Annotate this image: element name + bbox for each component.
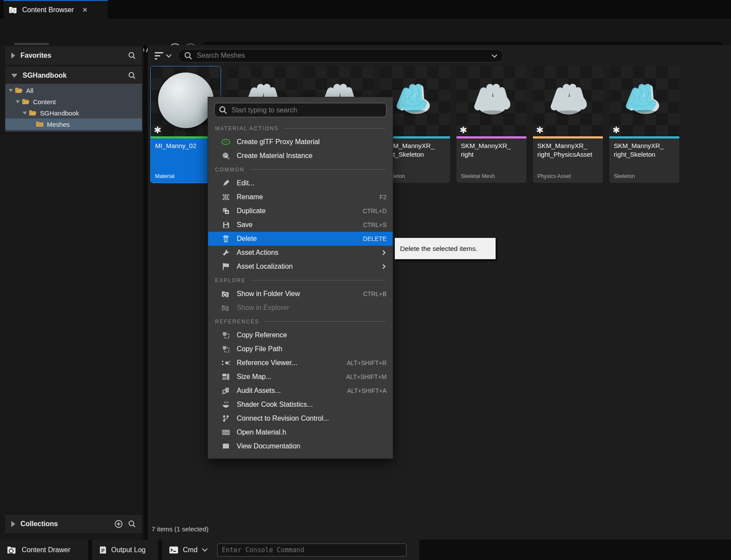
menu-section-common: COMMON — [208, 163, 393, 176]
content-drawer-button[interactable]: Content Drawer — [0, 540, 88, 560]
open-folder-icon — [15, 87, 23, 93]
menu-search-bar[interactable] — [214, 103, 387, 117]
search-icon[interactable] — [128, 520, 136, 528]
menu-section-references: REFERENCES — [208, 315, 393, 328]
expand-arrow-icon[interactable] — [22, 112, 28, 115]
menu-item-connect-to-revision-control[interactable]: Connect to Revision Control... — [208, 412, 393, 425]
menu-item-size-map[interactable]: Size Map...ALT+SHIFT+M — [208, 370, 393, 384]
item-count: 7 items (1 selected) — [152, 525, 208, 533]
svg-text:TF: TF — [224, 141, 228, 144]
menu-search-input[interactable] — [232, 106, 382, 114]
collapse-arrow-icon — [11, 53, 15, 59]
search-icon — [219, 106, 227, 114]
asset-tile-skm-mannyxr-right[interactable]: ✱SKM_MannyXR_rightSkeletal Mesh — [456, 66, 526, 183]
menu-item-duplicate[interactable]: DuplicateCTRL+D — [208, 204, 393, 218]
menu-item-save[interactable]: SaveCTRL+S — [208, 218, 393, 232]
asset-actions-icon — [221, 248, 231, 257]
menu-item-create-gltf-proxy-material[interactable]: TFCreate glTF Proxy Material — [208, 135, 393, 149]
menu-item-copy-file-path[interactable]: Copy File Path — [208, 342, 393, 356]
duplicate-icon — [221, 207, 231, 215]
folder-icon — [36, 121, 44, 127]
menu-item-show-in-explorer[interactable]: Show in Explorer — [208, 301, 393, 315]
output-log-button[interactable]: Output Log — [92, 540, 158, 560]
asset-name: MI_Manny_02 — [155, 142, 216, 150]
menu-item-view-documentation[interactable]: View Documentation — [208, 439, 393, 453]
asset-name: SKM_MannyXR_right — [461, 142, 522, 159]
tree-item-all[interactable]: All — [5, 85, 142, 96]
menu-item-reference-viewer[interactable]: Reference Viewer...ALT+SHIFT+R — [208, 356, 393, 370]
folder-tree: AllContentSGHandbookMeshes — [5, 84, 142, 132]
show-in-folder-icon — [221, 290, 231, 298]
gltf-icon: TF — [221, 138, 231, 146]
copy-icon — [221, 345, 231, 353]
open-folder-icon — [29, 110, 37, 116]
svg-text:C++: C++ — [222, 431, 229, 435]
tree-item-sghandbook[interactable]: SGHandbook — [5, 107, 142, 119]
menu-item-create-material-instance[interactable]: Create Material Instance — [208, 149, 393, 163]
unsaved-asterisk-icon: ✱ — [536, 125, 544, 135]
menu-item-rename[interactable]: RenameF2 — [208, 190, 393, 204]
menu-section-explore: EXPLORE — [208, 273, 393, 287]
tree-item-content[interactable]: Content — [5, 96, 142, 107]
filter-icon[interactable] — [155, 52, 163, 59]
asset-tile-skm-mannyxr-right-skeleton[interactable]: ✱SKM_MannyXR_right_SkeletonSkeleton — [609, 66, 679, 183]
save-icon — [221, 221, 231, 229]
show-in-explorer-icon — [221, 303, 231, 312]
asset-type: leton — [393, 173, 446, 179]
revision-control-icon — [221, 414, 231, 423]
content-browser-icon — [9, 6, 18, 14]
delete-icon — [221, 234, 231, 243]
asset-name: M_MannyXR_t_Skeleton — [393, 142, 446, 159]
sources-header[interactable]: SGHandbook — [5, 66, 142, 85]
asset-localization-icon — [221, 262, 231, 271]
terminal-icon — [169, 546, 179, 554]
asset-type: Physics Asset — [537, 173, 599, 179]
asset-type: Material — [155, 173, 216, 179]
menu-item-edit[interactable]: Edit... — [208, 176, 393, 190]
output-log-icon — [99, 546, 107, 554]
menu-item-asset-actions[interactable]: Asset Actions — [208, 246, 393, 260]
menu-item-show-in-folder-view[interactable]: Show in Folder ViewCTRL+B — [208, 287, 393, 301]
collections-header[interactable]: Collections — [5, 515, 142, 533]
menu-item-shader-cook-statistics[interactable]: Shader Cook Statistics... — [208, 398, 393, 412]
tree-item-meshes[interactable]: Meshes — [5, 119, 142, 130]
menu-item-asset-localization[interactable]: Asset Localization — [208, 260, 393, 273]
favorites-header[interactable]: Favorites — [5, 46, 142, 65]
asset-name: SKM_MannyXR_right_Skeleton — [614, 142, 675, 159]
tab-bar: Content Browser ✕ — [0, 0, 731, 19]
unsaved-asterisk-icon: ✱ — [154, 125, 162, 135]
collapse-arrow-icon — [11, 521, 15, 527]
hand-mesh-thumbnail — [466, 73, 518, 125]
tooltip: Delete the selected items. — [394, 237, 496, 260]
menu-item-audit-assets[interactable]: Audit Assets...ALT+SHIFT+A — [208, 384, 393, 398]
add-collection-icon[interactable] — [114, 520, 123, 528]
search-icon[interactable] — [128, 72, 136, 79]
hand-mesh-thumbnail — [542, 73, 594, 125]
asset-tile-skm-mannyxr-right-physicsasset[interactable]: ✱SKM_MannyXR_right_PhysicsAssetPhysics A… — [533, 66, 603, 183]
tab-content-browser[interactable]: Content Browser ✕ — [3, 0, 108, 19]
search-options-chevron-icon[interactable] — [492, 52, 497, 57]
edit-icon — [221, 179, 231, 188]
search-assets-input[interactable] — [197, 52, 487, 59]
tab-title: Content Browser — [22, 6, 74, 14]
filter-dropdown-icon[interactable] — [166, 52, 172, 58]
menu-item-open-material-h[interactable]: C++Open Material.h — [208, 425, 393, 439]
expand-arrow-icon[interactable] — [15, 100, 21, 103]
submenu-arrow-icon — [380, 250, 385, 255]
asset-type: Skeleton — [614, 173, 675, 179]
search-icon[interactable] — [128, 52, 136, 59]
expand-arrow-icon — [11, 74, 17, 78]
menu-section-material-actions: MATERIAL ACTIONS — [208, 122, 393, 135]
search-assets-bar[interactable] — [178, 49, 503, 63]
tab-close-icon[interactable]: ✕ — [82, 6, 88, 14]
console-command-input[interactable] — [222, 546, 402, 554]
asset-type: Skeletal Mesh — [461, 173, 522, 179]
open-folder-icon — [22, 99, 30, 105]
console-command-field[interactable] — [217, 544, 407, 557]
expand-arrow-icon[interactable] — [8, 89, 14, 92]
unsaved-asterisk-icon: ✱ — [612, 125, 620, 135]
cmd-dropdown-icon[interactable] — [202, 546, 208, 552]
cmd-selector[interactable]: Cmd — [162, 540, 419, 560]
menu-item-delete[interactable]: DeleteDELETE — [208, 232, 393, 246]
menu-item-copy-reference[interactable]: Copy Reference — [208, 328, 393, 342]
